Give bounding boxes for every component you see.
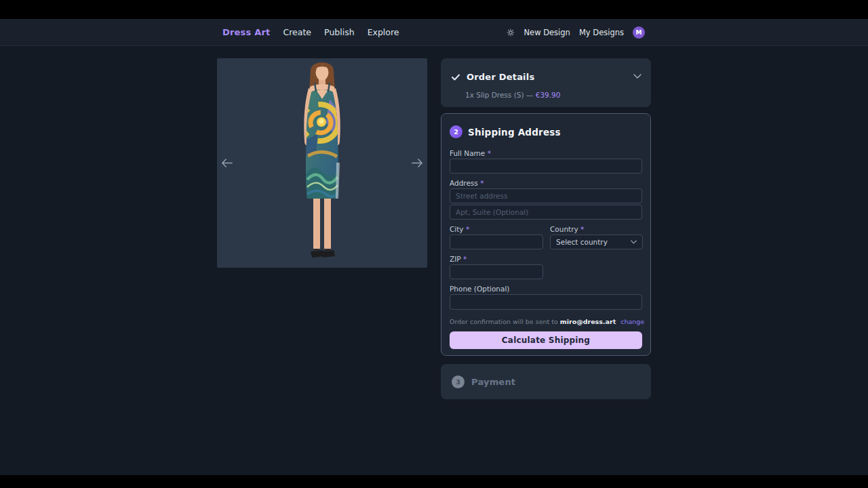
order-details-title: Order Details — [467, 72, 534, 82]
order-details-header[interactable]: Order Details — [452, 72, 534, 82]
street-address-input[interactable] — [450, 188, 642, 203]
change-email-link[interactable]: change — [620, 318, 644, 325]
gallery-prev-button[interactable] — [220, 157, 235, 169]
address-label: Address * — [450, 179, 484, 187]
payment-title: Payment — [471, 377, 515, 387]
nav-item-explore[interactable]: Explore — [368, 27, 399, 37]
step-2-badge: 2 — [450, 125, 462, 138]
payment-panel: 3 Payment — [441, 364, 651, 399]
user-avatar[interactable]: M — [633, 26, 645, 39]
confirmation-prefix: Order confirmation will be sent to — [450, 318, 558, 325]
brand-logo[interactable]: Dress Art — [222, 27, 271, 37]
order-item-price: €39.90 — [536, 91, 561, 99]
top-navbar: Dress Art Create Publish Explore New Des… — [0, 19, 868, 46]
city-input[interactable] — [450, 235, 543, 249]
order-details-panel: Order Details 1x Slip Dress (S) — €39.90 — [441, 58, 651, 107]
apt-suite-input[interactable] — [450, 205, 642, 220]
order-item-dash: — — [526, 91, 534, 99]
city-label: City * — [450, 225, 469, 233]
country-select-value: Select country — [556, 238, 608, 246]
full-name-label: Full Name * — [450, 149, 491, 157]
full-name-input[interactable] — [450, 159, 642, 174]
check-icon — [452, 74, 460, 81]
order-line-item: 1x Slip Dress (S) — €39.90 — [465, 91, 560, 99]
nav-item-publish[interactable]: Publish — [324, 27, 355, 37]
order-item-text: 1x Slip Dress (S) — [465, 91, 524, 99]
step-3-badge: 3 — [452, 375, 465, 388]
phone-input[interactable] — [450, 294, 642, 310]
calculate-shipping-button[interactable]: Calculate Shipping — [450, 331, 642, 349]
shipping-address-panel: 2 Shipping Address Full Name * Address *… — [441, 113, 651, 356]
nav-item-create[interactable]: Create — [283, 27, 312, 37]
chevron-down-icon[interactable] — [633, 74, 642, 79]
chevron-down-icon — [631, 240, 637, 244]
country-label: Country * — [550, 225, 584, 233]
shipping-title: Shipping Address — [468, 127, 561, 138]
nav-right-group: New Design My Designs M — [507, 26, 645, 39]
confirmation-note: Order confirmation will be sent to miro@… — [450, 318, 644, 325]
settings-gear-icon[interactable] — [507, 28, 515, 37]
nav-item-new-design[interactable]: New Design — [524, 28, 570, 37]
nav-left-group: Dress Art Create Publish Explore — [222, 27, 399, 37]
app-window: Dress Art Create Publish Explore New Des… — [0, 19, 868, 475]
gallery-next-button[interactable] — [410, 157, 425, 169]
country-select[interactable]: Select country — [550, 235, 643, 249]
zip-label: ZIP * — [450, 255, 467, 263]
product-photo — [277, 60, 368, 263]
phone-label: Phone (Optional) — [450, 285, 509, 293]
nav-item-my-designs[interactable]: My Designs — [579, 28, 624, 37]
screen: Dress Art Create Publish Explore New Des… — [0, 0, 868, 488]
shipping-header: 2 Shipping Address — [450, 125, 561, 138]
product-gallery — [217, 58, 427, 268]
zip-input[interactable] — [450, 264, 543, 279]
confirmation-email: miro@dress.art — [560, 318, 616, 325]
